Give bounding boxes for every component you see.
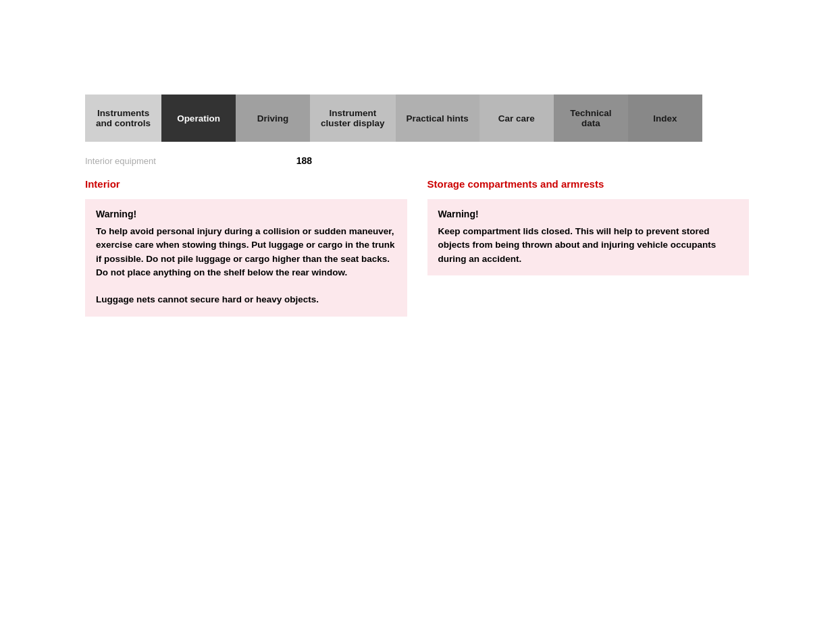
right-section-title: Storage compartments and armrests <box>427 178 750 190</box>
breadcrumb: Interior equipment <box>85 156 156 166</box>
tab-instruments-controls[interactable]: Instrumentsand controls <box>85 95 161 142</box>
tab-car-care[interactable]: Car care <box>479 95 554 142</box>
page-header: Interior equipment 188 <box>85 155 749 166</box>
left-warning-label: Warning! <box>96 209 396 219</box>
tab-practical-hints[interactable]: Practical hints <box>396 95 479 142</box>
tab-car-care-label: Car care <box>498 113 535 124</box>
tab-technical-data[interactable]: Technicaldata <box>554 95 628 142</box>
right-warning-label: Warning! <box>438 209 739 219</box>
right-warning-box: Warning! Keep compartment lids closed. T… <box>427 199 750 275</box>
left-warning-text: To help avoid personal injury during a c… <box>96 225 396 307</box>
tab-instrument-cluster[interactable]: Instrumentcluster display <box>310 95 396 142</box>
right-column: Storage compartments and armrests Warnin… <box>427 178 750 317</box>
left-section-title: Interior <box>85 178 407 190</box>
tab-operation-label: Operation <box>177 113 220 124</box>
page-wrapper: Instrumentsand controls Operation Drivin… <box>0 0 834 644</box>
tab-practical-hints-label: Practical hints <box>407 113 469 124</box>
tab-index[interactable]: Index <box>628 95 702 142</box>
tab-driving[interactable]: Driving <box>236 95 310 142</box>
left-column: Interior Warning! To help avoid personal… <box>85 178 407 317</box>
tab-instruments-controls-label: Instrumentsand controls <box>96 108 151 128</box>
left-warning-box: Warning! To help avoid personal injury d… <box>85 199 407 317</box>
right-warning-text: Keep compartment lids closed. This will … <box>438 225 739 266</box>
content-area: Interior equipment 188 Interior Warning!… <box>85 142 749 317</box>
tab-index-label: Index <box>653 113 677 124</box>
tab-technical-data-label: Technicaldata <box>570 108 611 128</box>
tab-driving-label: Driving <box>257 113 289 124</box>
page-number: 188 <box>156 155 452 166</box>
nav-tabs: Instrumentsand controls Operation Drivin… <box>85 95 749 142</box>
columns: Interior Warning! To help avoid personal… <box>85 178 749 317</box>
tab-operation[interactable]: Operation <box>161 95 236 142</box>
tab-instrument-cluster-label: Instrumentcluster display <box>321 108 385 128</box>
